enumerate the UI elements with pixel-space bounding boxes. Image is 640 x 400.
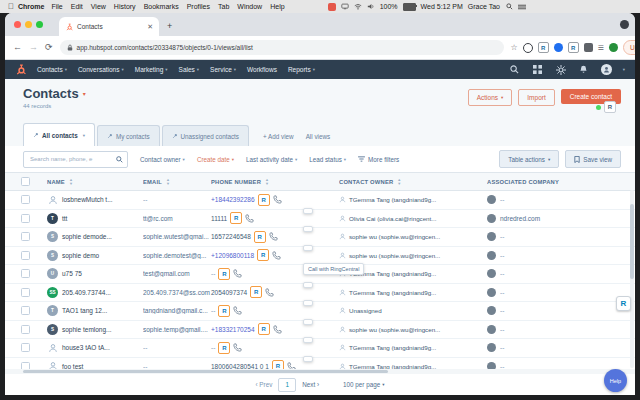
row-checkbox[interactable] <box>21 362 30 369</box>
table-row[interactable]: house3 tAO tA... -- -- R TGemma Tang (ta… <box>5 339 635 358</box>
per-page-dropdown[interactable]: 100 per page ▾ <box>343 381 384 388</box>
contact-phone[interactable]: +18332170254 <box>211 326 255 333</box>
column-header-phone-number[interactable]: PHONE NUMBER▲▼ <box>211 178 339 185</box>
new-tab-button[interactable]: + <box>167 22 172 31</box>
prev-page-button[interactable]: ‹ Prev <box>255 381 272 388</box>
contact-name-link[interactable]: house3 tAO tA... <box>62 344 110 351</box>
spotlight-search-icon[interactable] <box>505 3 513 11</box>
table-row[interactable]: losbnewMutch t... -- +18442392286 R TGem… <box>5 191 635 210</box>
help-button[interactable]: Help <box>604 369 627 392</box>
phone-call-icon[interactable] <box>287 362 296 369</box>
menu-item-edit[interactable]: Edit <box>71 3 83 10</box>
contact-name-link[interactable]: losbnewMutch t... <box>62 196 113 203</box>
back-button[interactable]: ← <box>13 43 22 52</box>
filter-contact-owner[interactable]: Contact owner▾ <box>140 156 185 163</box>
sort-icon[interactable]: ▲▼ <box>265 178 269 185</box>
ringcentral-call-icon[interactable]: R <box>218 305 230 317</box>
menu-item-history[interactable]: History <box>114 3 136 10</box>
phone-call-icon[interactable] <box>245 214 254 223</box>
nav-item-contacts[interactable]: Contacts▾ <box>37 66 67 73</box>
nav-item-reports[interactable]: Reports▾ <box>288 66 315 73</box>
user-avatar[interactable] <box>601 64 612 75</box>
row-checkbox[interactable] <box>21 251 30 260</box>
phone-call-icon[interactable] <box>269 232 278 241</box>
ringcentral-call-icon[interactable]: R <box>218 342 230 354</box>
row-checkbox[interactable] <box>21 325 30 334</box>
extensions-puzzle-icon[interactable] <box>584 43 593 52</box>
select-all-checkbox[interactable] <box>21 177 30 186</box>
table-row[interactable]: S sophie temlong... sophie.temp@gmail...… <box>5 321 635 340</box>
forward-button[interactable]: → <box>29 43 38 52</box>
menu-item-bookmarks[interactable]: Bookmarks <box>144 3 179 10</box>
contact-phone[interactable]: -- <box>211 270 215 277</box>
zoom-window-button[interactable] <box>36 21 43 28</box>
tab-close-icon[interactable]: ✕ <box>147 23 153 31</box>
browser-profile-icon[interactable] <box>620 20 629 29</box>
horizontal-scrollbar[interactable] <box>5 369 635 374</box>
red-app-icon[interactable] <box>328 3 336 11</box>
browser-tab[interactable]: Contacts ✕ <box>59 17 159 36</box>
view-tab-all-contacts[interactable]: All contacts▾ <box>23 123 95 146</box>
row-checkbox[interactable] <box>21 288 30 297</box>
row-checkbox[interactable] <box>21 195 30 204</box>
table-row[interactable]: S sophie demo sophie.demotest@g... +1209… <box>5 247 635 266</box>
menu-item-tab[interactable]: Tab <box>218 3 229 10</box>
ringcentral-call-icon[interactable]: R <box>257 249 269 261</box>
ringcentral-call-icon[interactable]: R <box>272 360 284 369</box>
table-actions-button[interactable]: Table actions ▾ <box>499 150 559 168</box>
wifi-icon[interactable] <box>354 3 362 11</box>
save-view-button[interactable]: Save view <box>565 150 621 168</box>
column-header-contact-owner[interactable]: CONTACT OWNER▲▼ <box>339 178 487 185</box>
actions-button[interactable]: Actions ▾ <box>468 89 513 106</box>
view-tab-unassigned-contacts[interactable]: Unassigned contacts <box>162 125 249 146</box>
view-tab-my-contacts[interactable]: My contacts <box>97 125 160 146</box>
table-row[interactable]: T ttt tt@rc.com 11111 R Olivia Cai (oliv… <box>5 210 635 229</box>
contact-name-link[interactable]: sophie demode... <box>62 233 112 240</box>
contact-name-link[interactable]: 205.409.73744... <box>62 289 111 296</box>
search-box[interactable] <box>23 151 128 168</box>
ringcentral-call-icon[interactable]: R <box>250 286 262 298</box>
more-filters-button[interactable]: More filters <box>358 156 399 163</box>
search-icon[interactable] <box>509 64 521 76</box>
vertical-scrollbar[interactable] <box>630 190 634 368</box>
contact-name-link[interactable]: TAO1 tang 12... <box>62 307 107 314</box>
extension-circle-icon[interactable] <box>523 43 533 53</box>
contact-name-link[interactable]: ttt <box>62 215 67 222</box>
table-row[interactable]: SS 205.409.73744... 205.409.7374@ss.com … <box>5 284 635 303</box>
contact-phone[interactable]: 16572246548 <box>211 233 251 240</box>
phone-call-icon[interactable] <box>273 325 282 334</box>
display-icon[interactable] <box>341 3 349 11</box>
table-row[interactable]: T TAO1 tang 12... tangdniand@gmail.c... … <box>5 302 635 321</box>
nav-item-workflows[interactable]: Workflows <box>247 66 277 73</box>
sort-icon[interactable]: ▲▼ <box>397 178 401 185</box>
menu-item-view[interactable]: View <box>91 3 106 10</box>
ringcentral-call-icon[interactable]: R <box>258 323 270 335</box>
row-checkbox[interactable] <box>21 269 30 278</box>
address-bar[interactable]: app.hubspot.com/contacts/20334875/object… <box>60 40 504 55</box>
close-window-button[interactable] <box>14 21 21 28</box>
contact-phone[interactable]: 2054097374 <box>211 289 247 296</box>
search-input-icon[interactable] <box>116 156 123 163</box>
ringcentral-call-icon[interactable]: R <box>258 194 270 206</box>
marketplace-icon[interactable] <box>532 64 544 76</box>
row-checkbox[interactable] <box>21 214 30 223</box>
notifications-bell-icon[interactable] <box>578 64 590 76</box>
contact-phone[interactable]: -- <box>211 307 215 314</box>
ringcentral-dock-handle[interactable]: R <box>616 296 631 311</box>
next-page-button[interactable]: Next › <box>302 381 319 388</box>
contact-name-link[interactable]: u75 75 <box>62 270 82 277</box>
menu-item-window[interactable]: Window <box>237 3 262 10</box>
ringcentral-badge-icon[interactable]: R <box>604 101 616 113</box>
table-row[interactable]: foo test -- 1800604280541 0 1 R TGemma T… <box>5 358 635 370</box>
row-checkbox[interactable] <box>21 306 30 315</box>
nav-item-marketing[interactable]: Marketing▾ <box>135 66 168 73</box>
volume-icon[interactable] <box>367 3 375 11</box>
menubar-user[interactable]: Grace Tao <box>468 3 500 10</box>
control-center-icon[interactable] <box>518 3 526 11</box>
reload-button[interactable]: ⟳ <box>45 43 53 52</box>
contact-phone[interactable]: +12096800118 <box>211 252 254 259</box>
bookmark-star-icon[interactable]: ☆ <box>511 43 518 52</box>
contact-phone[interactable]: 11111 <box>211 215 227 222</box>
nav-item-conversations[interactable]: Conversations▾ <box>78 66 124 73</box>
phone-call-icon[interactable] <box>265 288 274 297</box>
